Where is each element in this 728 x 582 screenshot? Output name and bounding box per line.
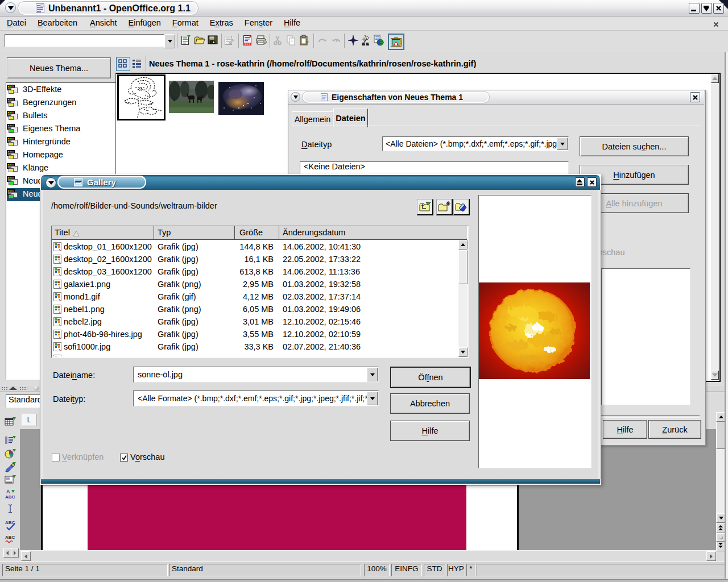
svg-text:ABC: ABC [5,494,15,500]
svg-text:A: A [6,489,10,494]
svg-text:ABC: ABC [5,535,15,540]
